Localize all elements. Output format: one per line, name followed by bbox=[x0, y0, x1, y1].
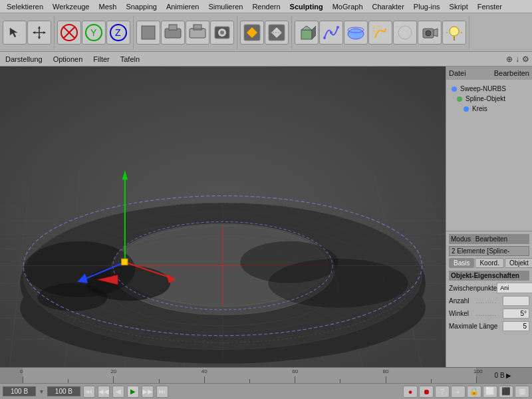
menu-werkzeuge[interactable]: Werkzeuge bbox=[49, 2, 93, 11]
prop-label-maxlaenge: Maximale Länge bbox=[449, 323, 503, 330]
menu-simulieren[interactable]: Simulieren bbox=[204, 2, 247, 11]
toolbar-deform-btn[interactable] bbox=[368, 21, 392, 45]
tree-item-kreis[interactable]: Kreis bbox=[449, 104, 529, 114]
transport-icon-record2[interactable]: ⏺ bbox=[419, 386, 434, 398]
prop-row-maxlaenge: Maximale Länge bbox=[449, 321, 529, 331]
prop-label-anzahl: Anzahl bbox=[449, 297, 476, 305]
menu-snapping[interactable]: Snapping bbox=[122, 2, 161, 11]
tab-koord[interactable]: Koord. bbox=[475, 258, 503, 268]
transport-back[interactable]: ◀ bbox=[112, 386, 124, 398]
toolbar2-darstellung[interactable]: Darstellung bbox=[3, 55, 45, 64]
menu-bar: Selektieren Werkzeuge Mesh Snapping Anim… bbox=[0, 0, 532, 13]
tab-basis[interactable]: Basis bbox=[449, 258, 474, 268]
spline-dot bbox=[457, 96, 462, 102]
svg-marker-5 bbox=[33, 31, 35, 34]
menu-mesh[interactable]: Mesh bbox=[94, 2, 120, 11]
transport-input-end[interactable] bbox=[47, 386, 80, 396]
transport-icon-grid[interactable]: ▦ bbox=[515, 386, 529, 398]
toolbar2-filter[interactable]: Filter bbox=[90, 55, 112, 64]
transport-icon-add[interactable]: + bbox=[451, 386, 466, 398]
menu-fenster[interactable]: Fenster bbox=[473, 2, 506, 11]
toolbar-nurbs-btn[interactable] bbox=[344, 21, 368, 45]
prop-row-zwischenpunkte: Zwischenpunkte Ani Gleichmäßig bbox=[449, 283, 529, 293]
toolbar-select-btn[interactable] bbox=[3, 21, 27, 45]
panel-datei-label[interactable]: Datei bbox=[449, 69, 466, 77]
toolbar-render-btn[interactable] bbox=[210, 21, 234, 45]
toolbar-anim2-btn[interactable] bbox=[265, 21, 289, 45]
toolbar-mode3-btn[interactable] bbox=[186, 21, 209, 45]
prop-select-zwischenpunkte[interactable]: Ani Gleichmäßig bbox=[497, 283, 532, 293]
prop-input-maxlaenge[interactable] bbox=[503, 321, 529, 331]
svg-point-22 bbox=[220, 31, 224, 35]
viewport-3d[interactable]: sZ° bbox=[0, 66, 446, 367]
prop-label-winkel: Winkel bbox=[449, 310, 476, 317]
menu-animieren[interactable]: Animieren bbox=[162, 2, 203, 11]
toolbar2-crosshair-icon[interactable]: ⊕ bbox=[506, 55, 513, 64]
toolbar-keyframe-btn[interactable] bbox=[240, 21, 264, 45]
right-panel: Datei Bearbeiten Sweep-NURBS Spline-Obje… bbox=[446, 66, 532, 367]
toolbar-spline-btn[interactable] bbox=[319, 21, 343, 45]
prop-row-anzahl: Anzahl ......... bbox=[449, 296, 529, 306]
prop-input-anzahl[interactable] bbox=[503, 296, 529, 306]
toolbar-light-btn[interactable] bbox=[442, 21, 466, 45]
transport-icon-square2[interactable]: ⬛ bbox=[499, 386, 513, 398]
transport-icon-lock[interactable]: 🔒 bbox=[467, 386, 481, 398]
menu-skript[interactable]: Skript bbox=[446, 2, 472, 11]
menu-mograph[interactable]: MoGraph bbox=[329, 2, 367, 11]
panel-bearbeiten-label[interactable]: Bearbeiten bbox=[494, 69, 529, 77]
transport-step-back[interactable]: ◀◀ bbox=[98, 386, 110, 398]
svg-rect-16 bbox=[169, 25, 177, 30]
transport-input-start[interactable] bbox=[3, 386, 36, 396]
tree-item-spline[interactable]: Spline-Objekt bbox=[449, 94, 529, 104]
transport-icon-square1[interactable]: ⬜ bbox=[483, 386, 497, 398]
svg-point-82 bbox=[268, 259, 408, 308]
spline-label: Spline-Objekt bbox=[466, 95, 505, 102]
svg-marker-0 bbox=[10, 28, 17, 37]
prop-row-winkel: Winkel ......... bbox=[449, 309, 529, 319]
svg-marker-4 bbox=[38, 37, 41, 39]
transport-forward[interactable]: ▶▶ bbox=[142, 386, 154, 398]
toolbar2-tafeln[interactable]: Tafeln bbox=[118, 55, 142, 64]
timeline-ruler[interactable]: 020406080100 bbox=[23, 368, 476, 383]
transport-goto-end[interactable]: ⏭ bbox=[156, 386, 168, 398]
toolbar-mode2-btn[interactable] bbox=[161, 21, 185, 45]
toolbar-camera-btn[interactable] bbox=[418, 21, 442, 45]
tab-objekt[interactable]: Objekt bbox=[505, 258, 532, 268]
bearbeiten-prop-label: Bearbeiten bbox=[475, 235, 507, 243]
toolbar-group-anim bbox=[240, 16, 292, 49]
toolbar2-optionen[interactable]: Optionen bbox=[51, 55, 86, 64]
timeline-status-label: 0 B bbox=[495, 372, 505, 379]
svg-marker-3 bbox=[38, 26, 41, 29]
prop-input-winkel[interactable] bbox=[503, 309, 529, 319]
toolbar-field-btn[interactable] bbox=[393, 21, 417, 45]
prop-tabs: Basis Koord. Objekt bbox=[449, 258, 529, 268]
transport-icon-question[interactable]: ? bbox=[435, 386, 450, 398]
object-panel: Sweep-NURBS Spline-Objekt Kreis bbox=[446, 81, 532, 231]
prop-label-zwischenpunkte: Zwischenpunkte bbox=[449, 285, 497, 292]
svg-point-42 bbox=[426, 31, 431, 36]
toolbar-mode1-btn[interactable] bbox=[136, 21, 160, 45]
menu-sculpting[interactable]: Sculpting bbox=[286, 2, 327, 11]
toolbar-y-btn[interactable]: Y bbox=[82, 21, 106, 45]
menu-plugins[interactable]: Plug-ins bbox=[410, 2, 444, 11]
toolbar2-down-icon[interactable]: ↓ bbox=[515, 55, 519, 64]
menu-selektieren[interactable]: Selektieren bbox=[3, 2, 47, 11]
menu-rendern[interactable]: Rendern bbox=[248, 2, 284, 11]
svg-point-43 bbox=[450, 27, 459, 36]
tree-item-sweep-nurbs[interactable]: Sweep-NURBS bbox=[449, 84, 529, 94]
menu-charakter[interactable]: Charakter bbox=[368, 2, 408, 11]
svg-point-33 bbox=[336, 26, 339, 29]
svg-marker-29 bbox=[301, 26, 312, 30]
toolbar-z-btn[interactable]: Z bbox=[106, 21, 130, 45]
toolbar-x-btn[interactable] bbox=[57, 21, 81, 45]
transport-goto-start[interactable]: ⏮ bbox=[83, 386, 95, 398]
sweep-nurbs-label: Sweep-NURBS bbox=[460, 85, 506, 92]
svg-rect-36 bbox=[374, 26, 379, 31]
transport-icon-record[interactable]: ● bbox=[403, 386, 418, 398]
transport-bar: ▼ ⏮ ◀◀ ◀ ▶ ▶▶ ⏭ ● ⏺ ? + 🔒 ⬜ ⬛ ▦ bbox=[0, 383, 532, 399]
toolbar-cube-btn[interactable] bbox=[295, 21, 319, 45]
transport-divider: ▼ bbox=[39, 388, 45, 395]
transport-play[interactable]: ▶ bbox=[127, 386, 139, 398]
toolbar-move-btn[interactable] bbox=[27, 21, 51, 45]
toolbar2-settings-icon[interactable]: ⚙ bbox=[522, 55, 529, 64]
